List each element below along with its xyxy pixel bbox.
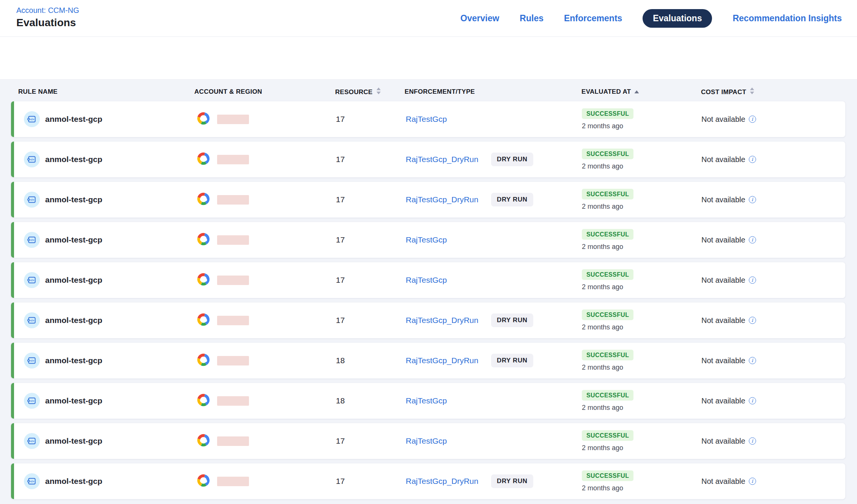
- account-region-cell: [195, 353, 249, 369]
- table-row[interactable]: </> anmol-test-gcp: [11, 262, 846, 298]
- table-row[interactable]: </> anmol-test-gcp: [11, 302, 846, 339]
- info-icon[interactable]: i: [749, 397, 756, 405]
- rule-name: anmol-test-gcp: [45, 115, 102, 124]
- tab-overview[interactable]: Overview: [460, 13, 499, 24]
- evaluated-time: 2 months ago: [582, 484, 623, 492]
- sort-asc-icon[interactable]: [634, 88, 639, 96]
- info-icon[interactable]: i: [749, 317, 756, 324]
- sort-arrows-icon[interactable]: [376, 88, 381, 96]
- breadcrumb[interactable]: Account: CCM-NG: [16, 6, 79, 15]
- rule-name: anmol-test-gcp: [45, 356, 102, 365]
- col-evaluated-at-label: EVALUATED AT: [581, 88, 631, 96]
- table-header: RULE NAME ACCOUNT & REGION RESOURCE ENFO…: [0, 83, 857, 100]
- code-rule-icon: </>: [24, 353, 40, 369]
- tab-rules[interactable]: Rules: [520, 13, 544, 24]
- info-icon[interactable]: i: [749, 196, 756, 203]
- enforcement-cell: RajTestGcp: [406, 101, 588, 137]
- status-indicator-bar: [11, 302, 14, 338]
- cost-impact-value: Not available: [701, 195, 745, 204]
- col-evaluated-at[interactable]: EVALUATED AT: [581, 88, 639, 96]
- evaluated-time: 2 months ago: [582, 162, 623, 170]
- col-rule-name[interactable]: RULE NAME: [18, 88, 58, 96]
- account-region-cell: [195, 151, 249, 167]
- code-rule-icon: </>: [24, 151, 40, 167]
- enforcement-cell: RajTestGcp_DryRun DRY RUN: [406, 463, 588, 499]
- info-icon[interactable]: i: [749, 277, 756, 284]
- status-badge: SUCCESSFUL: [582, 109, 633, 119]
- code-rule-icon: </>: [24, 473, 40, 489]
- enforcement-link[interactable]: RajTestGcp_DryRun: [406, 195, 478, 204]
- tab-enforcements[interactable]: Enforcements: [564, 13, 622, 24]
- enforcement-link[interactable]: RajTestGcp: [406, 235, 447, 244]
- rule-name: anmol-test-gcp: [45, 155, 102, 164]
- table-row[interactable]: </> anmol-test-gcp: [11, 342, 846, 379]
- cost-impact-value: Not available: [701, 477, 745, 486]
- table-row[interactable]: </> anmol-test-gcp: [11, 141, 846, 178]
- evaluated-at-cell: SUCCESSFUL 2 months ago: [582, 189, 633, 211]
- status-badge: SUCCESSFUL: [582, 149, 633, 159]
- code-rule-icon: </>: [24, 272, 40, 288]
- resource-count: 17: [336, 276, 345, 285]
- tab-evaluations[interactable]: Evaluations: [643, 9, 712, 28]
- enforcement-link[interactable]: RajTestGcp: [406, 115, 447, 124]
- page-header: Account: CCM-NG Evaluations Overview Rul…: [0, 0, 857, 37]
- svg-text:</>: </>: [30, 480, 35, 483]
- evaluated-time: 2 months ago: [582, 404, 623, 412]
- col-resource[interactable]: RESOURCE: [335, 88, 381, 96]
- enforcement-link[interactable]: RajTestGcp_DryRun: [406, 477, 478, 486]
- dry-run-badge: DRY RUN: [491, 313, 533, 327]
- enforcement-link[interactable]: RajTestGcp: [406, 276, 447, 285]
- cost-impact-cell: Not available i: [701, 115, 756, 124]
- enforcement-link[interactable]: RajTestGcp_DryRun: [406, 356, 478, 365]
- evaluated-at-cell: SUCCESSFUL 2 months ago: [582, 390, 633, 412]
- info-icon[interactable]: i: [749, 357, 756, 364]
- evaluated-at-cell: SUCCESSFUL 2 months ago: [582, 471, 633, 492]
- table-row[interactable]: </> anmol-test-gcp: [11, 423, 846, 459]
- cost-impact-cell: Not available i: [701, 437, 756, 446]
- info-icon[interactable]: i: [749, 156, 756, 163]
- evaluated-at-cell: SUCCESSFUL 2 months ago: [582, 109, 633, 130]
- sort-arrows-icon[interactable]: [750, 88, 755, 96]
- redacted-account-id: [217, 235, 249, 245]
- enforcement-link[interactable]: RajTestGcp: [406, 396, 447, 405]
- enforcement-cell: RajTestGcp: [406, 222, 588, 258]
- enforcement-link[interactable]: RajTestGcp_DryRun: [406, 155, 478, 164]
- table-row[interactable]: </> anmol-test-gcp: [11, 222, 846, 258]
- evaluated-at-cell: SUCCESSFUL 2 months ago: [582, 350, 633, 372]
- status-badge: SUCCESSFUL: [582, 390, 633, 401]
- table-row[interactable]: </> anmol-test-gcp: [11, 383, 846, 419]
- rule-name: anmol-test-gcp: [45, 276, 102, 285]
- col-enforcement-type[interactable]: ENFORCEMENT/TYPE: [405, 88, 475, 96]
- enforcement-cell: RajTestGcp_DryRun DRY RUN: [406, 343, 588, 378]
- table-row[interactable]: </> anmol-test-gcp: [11, 463, 846, 499]
- info-icon[interactable]: i: [749, 116, 756, 123]
- table-row[interactable]: </> anmol-test-gcp: [11, 101, 846, 137]
- enforcement-link[interactable]: RajTestGcp_DryRun: [406, 316, 478, 325]
- col-cost-impact[interactable]: COST IMPACT: [701, 88, 755, 96]
- gcp-logo-icon: [195, 232, 212, 248]
- evaluations-table: RULE NAME ACCOUNT & REGION RESOURCE ENFO…: [0, 79, 857, 504]
- svg-text:</>: </>: [30, 279, 35, 282]
- tab-recommendation-insights[interactable]: Recommendation Insights: [733, 13, 842, 24]
- gcp-logo-icon: [195, 111, 212, 127]
- info-icon[interactable]: i: [749, 236, 756, 244]
- info-icon[interactable]: i: [749, 478, 756, 485]
- svg-text:</>: </>: [30, 118, 35, 121]
- status-badge: SUCCESSFUL: [582, 229, 633, 240]
- evaluated-time: 2 months ago: [582, 203, 623, 211]
- col-account-region[interactable]: ACCOUNT & REGION: [194, 88, 262, 96]
- resource-count: 17: [336, 235, 345, 244]
- enforcement-link[interactable]: RajTestGcp: [406, 436, 447, 446]
- gcp-logo-icon: [195, 192, 212, 208]
- col-resource-label: RESOURCE: [335, 88, 373, 96]
- cost-impact-value: Not available: [701, 316, 745, 325]
- resource-count: 17: [336, 477, 345, 486]
- cost-impact-cell: Not available i: [701, 236, 756, 244]
- info-icon[interactable]: i: [749, 438, 756, 445]
- status-badge: SUCCESSFUL: [582, 310, 633, 320]
- resource-count: 17: [336, 195, 345, 204]
- dry-run-badge: DRY RUN: [491, 474, 533, 488]
- account-region-cell: [195, 232, 249, 248]
- rule-name: anmol-test-gcp: [45, 477, 102, 486]
- table-row[interactable]: </> anmol-test-gcp: [11, 181, 846, 218]
